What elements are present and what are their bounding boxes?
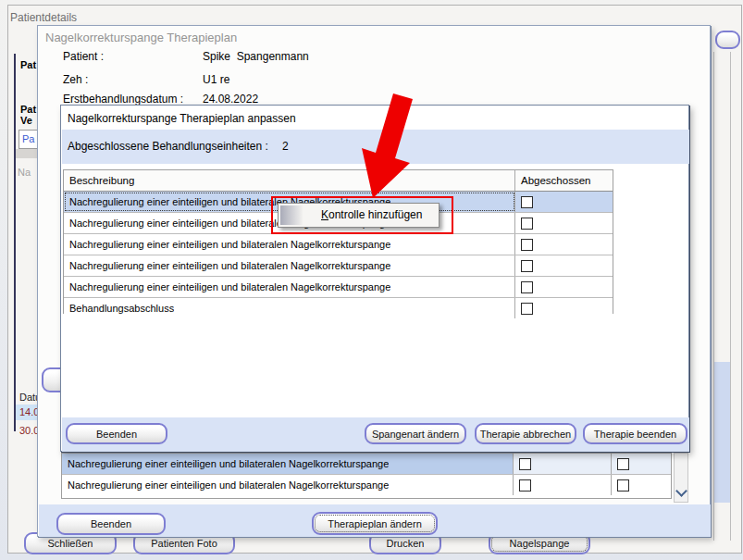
window-title: Patientdetails <box>10 11 77 24</box>
row-text: Nachregulierung einer einteiligen und bi… <box>69 281 390 292</box>
menu-item-kontrolle-hinzufuegen[interactable]: Kontrolle hinzufügen <box>321 208 422 221</box>
patient-label: Patient : <box>63 50 104 63</box>
erstbehandlungsdatum-label: Erstbehandlungsdatum : <box>63 93 183 106</box>
therapie-beenden-button[interactable]: Therapie beenden <box>583 423 687 444</box>
zeh-value: U1 re <box>203 73 229 86</box>
row-text: Nachregulierung einer einteiligen und bi… <box>68 458 389 469</box>
table-row[interactable]: Nachregulierung einer einteiligen und bi… <box>62 475 671 495</box>
menu-item-accelerator: K <box>321 208 328 221</box>
table-row[interactable]: Behandlungsabschluss <box>64 298 613 318</box>
completed-units-label: Abgeschlossene Behandlungseinheiten : <box>68 140 268 153</box>
dialog-title: Nagelkorrekturspange Therapieplan <box>45 31 237 44</box>
spangenart-aendern-button[interactable]: Spangenart ändern <box>365 423 466 444</box>
table-row[interactable]: Nachregulierung einer einteiligen und bi… <box>64 234 613 255</box>
row-text: Nachregulierung einer einteiligen und bi… <box>69 239 390 250</box>
menu-icon-strip <box>280 205 303 225</box>
form-label-fragment: Pat <box>20 104 36 115</box>
therapie-abbrechen-button[interactable]: Therapie abbrechen <box>475 423 576 444</box>
table-row[interactable]: Nachregulierung einer einteiligen und bi… <box>64 277 613 298</box>
info-bar: Abgeschlossene Behandlungseinheiten : 2 <box>62 130 689 164</box>
screen: Patientdetails Pat Pat Ve Pa Na Datu 14.… <box>0 0 743 560</box>
therapieplan-anpassen-dialog: Nagelkorrekturspange Therapieplan anpass… <box>60 105 689 452</box>
treatment-table: Beschreibung Abgeschossen Nachregulierun… <box>63 169 613 314</box>
tab-strip <box>16 149 38 158</box>
checkbox[interactable] <box>519 458 531 470</box>
patient-value: Spike Spangenmann <box>203 50 309 63</box>
abgeschlossen-checkbox[interactable] <box>521 218 533 230</box>
form-label-fragment: Ve <box>20 115 32 126</box>
column-header-beschreibung: Beschreibung <box>64 170 515 191</box>
therapieplan-aendern-button[interactable]: Therapieplan ändern <box>312 512 438 535</box>
placeholder-text: Na <box>18 167 31 178</box>
row-text: Behandlungsabschluss <box>69 303 174 314</box>
abgeschlossen-checkbox[interactable] <box>521 281 533 293</box>
panel-border <box>14 54 16 431</box>
erstbehandlungsdatum-value: 24.08.2022 <box>203 93 258 106</box>
form-label-fragment: Pat <box>20 59 36 70</box>
therapy-table: Nachregulierung einer einteiligen und bi… <box>61 453 672 499</box>
chevron-down-icon[interactable] <box>677 487 686 495</box>
beenden-button[interactable]: Beenden <box>56 513 166 535</box>
table-row[interactable]: Nachregulierung einer einteiligen und bi… <box>64 255 613 277</box>
menu-item-text: ontrolle hinzufügen <box>328 208 422 221</box>
tab-patient[interactable]: Pa <box>19 130 38 149</box>
column-header-abgeschossen: Abgeschossen <box>515 170 613 191</box>
groupbox-border <box>730 52 731 541</box>
row-text: Nachregulierung einer einteiligen und bi… <box>69 260 390 271</box>
scrollbar[interactable] <box>674 453 688 503</box>
table-row[interactable]: Nachregulierung einer einteiligen und bi… <box>62 454 671 475</box>
checkbox[interactable] <box>519 479 531 492</box>
checkbox[interactable] <box>617 479 629 492</box>
table-header: Beschreibung Abgeschossen <box>64 170 613 192</box>
abgeschlossen-checkbox[interactable] <box>521 239 533 251</box>
completed-units-value: 2 <box>282 140 289 153</box>
abgeschlossen-checkbox[interactable] <box>521 260 533 272</box>
dialog-title: Nagelkorrekturspange Therapieplan anpass… <box>68 112 296 125</box>
beenden-button[interactable]: Beenden <box>66 423 167 444</box>
context-menu: Kontrolle hinzufügen <box>278 203 440 228</box>
partial-button[interactable] <box>715 31 740 49</box>
checkbox[interactable] <box>617 458 629 470</box>
abgeschlossen-checkbox[interactable] <box>521 196 533 208</box>
panel-fragment <box>714 362 730 503</box>
row-text: Nachregulierung einer einteiligen und bi… <box>68 479 389 491</box>
abgeschlossen-checkbox[interactable] <box>521 303 533 315</box>
zeh-label: Zeh : <box>63 73 88 86</box>
